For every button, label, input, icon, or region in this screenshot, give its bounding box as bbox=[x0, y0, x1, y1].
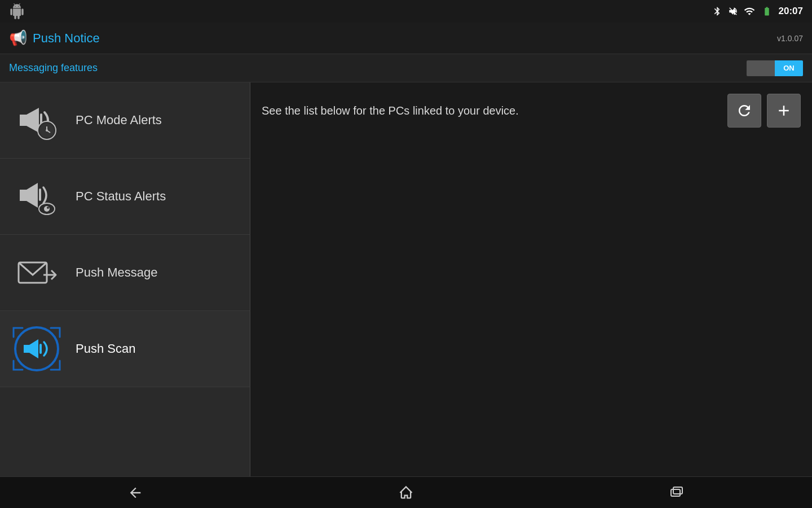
android-icon bbox=[9, 3, 25, 19]
title-left: 📢 Push Notice bbox=[9, 29, 100, 47]
sidebar-label-push-message: Push Message bbox=[76, 265, 158, 280]
toggle-off[interactable] bbox=[747, 60, 775, 76]
section-title: Messaging features bbox=[9, 62, 98, 74]
svg-marker-7 bbox=[20, 183, 38, 208]
svg-marker-15 bbox=[24, 339, 38, 358]
push-message-icon bbox=[11, 247, 62, 298]
svg-rect-8 bbox=[39, 189, 41, 201]
bluetooth-icon bbox=[712, 6, 722, 16]
sidebar-item-pc-status-alerts[interactable]: PC Status Alerts bbox=[0, 159, 250, 235]
svg-rect-17 bbox=[671, 489, 680, 496]
home-button[interactable] bbox=[383, 481, 429, 504]
bottom-nav bbox=[0, 476, 812, 508]
right-panel: See the list below for the PCs linked to… bbox=[250, 82, 812, 476]
section-header: Messaging features ON bbox=[0, 54, 812, 82]
main-content: PC Mode Alerts PC Status Alert bbox=[0, 82, 812, 476]
title-bar: 📢 Push Notice v1.0.07 bbox=[0, 23, 812, 54]
pc-mode-icon bbox=[11, 95, 62, 146]
status-right: 20:07 bbox=[712, 6, 803, 17]
svg-point-6 bbox=[46, 129, 48, 132]
svg-marker-0 bbox=[20, 108, 39, 133]
sidebar-label-pc-mode-alerts: PC Mode Alerts bbox=[76, 113, 162, 128]
app-title: Push Notice bbox=[33, 31, 100, 46]
mute-icon bbox=[728, 6, 738, 16]
sidebar-item-push-message[interactable]: Push Message bbox=[0, 235, 250, 311]
sidebar-label-pc-status-alerts: PC Status Alerts bbox=[76, 189, 166, 204]
panel-description: See the list below for the PCs linked to… bbox=[262, 104, 727, 117]
pc-status-icon bbox=[11, 171, 62, 222]
toggle-on[interactable]: ON bbox=[775, 60, 803, 76]
sidebar-item-push-scan[interactable]: Push Scan bbox=[0, 311, 250, 387]
wifi-icon bbox=[744, 6, 755, 17]
recent-button[interactable] bbox=[654, 481, 699, 504]
panel-header: See the list below for the PCs linked to… bbox=[262, 94, 801, 128]
svg-point-10 bbox=[44, 206, 50, 212]
app-icon: 📢 bbox=[9, 29, 27, 47]
status-left bbox=[9, 3, 25, 19]
status-bar: 20:07 bbox=[0, 0, 812, 23]
svg-rect-16 bbox=[39, 344, 42, 354]
version-text: v1.0.07 bbox=[777, 34, 803, 43]
sidebar: PC Mode Alerts PC Status Alert bbox=[0, 82, 250, 476]
battery-icon bbox=[761, 6, 773, 16]
panel-buttons bbox=[727, 94, 801, 128]
refresh-button[interactable] bbox=[727, 94, 761, 128]
svg-point-11 bbox=[47, 207, 49, 209]
sidebar-label-push-scan: Push Scan bbox=[76, 341, 135, 356]
status-time: 20:07 bbox=[779, 6, 803, 17]
sidebar-item-pc-mode-alerts[interactable]: PC Mode Alerts bbox=[0, 82, 250, 159]
push-scan-icon bbox=[11, 323, 62, 374]
add-button[interactable] bbox=[767, 94, 801, 128]
svg-rect-18 bbox=[673, 487, 682, 494]
back-button[interactable] bbox=[113, 481, 158, 504]
toggle-container[interactable]: ON bbox=[747, 60, 803, 76]
